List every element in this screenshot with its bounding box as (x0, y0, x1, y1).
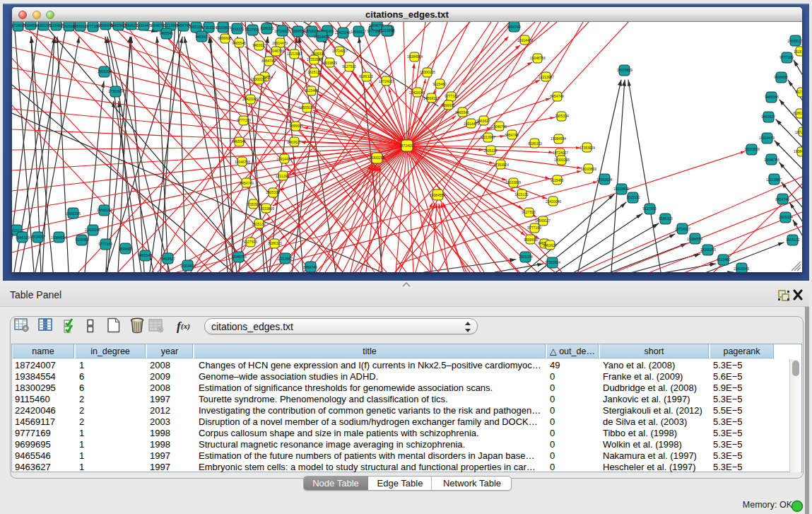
svg-text:9777169: 9777169 (237, 118, 251, 122)
svg-text:8454749: 8454749 (550, 94, 564, 98)
svg-text:9127503: 9127503 (243, 240, 257, 244)
svg-text:19384554: 19384554 (687, 237, 702, 241)
svg-text:2905334: 2905334 (779, 215, 793, 219)
svg-text:16033809: 16033809 (617, 68, 632, 72)
svg-text:12213967: 12213967 (766, 177, 782, 182)
svg-text:9127503: 9127503 (642, 206, 657, 211)
svg-text:16033809: 16033809 (322, 61, 337, 65)
svg-text:16914479: 16914479 (272, 41, 288, 45)
svg-text:18300295: 18300295 (251, 77, 266, 81)
svg-text:16033809: 16033809 (581, 167, 596, 171)
svg-text:9699695: 9699695 (774, 75, 788, 79)
svg-text:16033809: 16033809 (744, 147, 760, 151)
svg-text:9699695: 9699695 (441, 103, 455, 107)
svg-text:9777169: 9777169 (779, 55, 794, 59)
svg-text:17353924: 17353924 (307, 57, 322, 62)
svg-text:8454749: 8454749 (507, 25, 521, 29)
svg-text:2905334: 2905334 (519, 255, 533, 259)
svg-text:14569117: 14569117 (787, 39, 802, 43)
svg-text:8186323: 8186323 (16, 235, 30, 240)
svg-text:9115460: 9115460 (75, 238, 88, 242)
svg-text:9699695: 9699695 (524, 238, 538, 242)
svg-text:17353924: 17353924 (579, 146, 595, 150)
svg-text:2905334: 2905334 (483, 148, 498, 153)
svg-text:8454749: 8454749 (505, 133, 519, 137)
svg-text:9463627: 9463627 (161, 257, 175, 261)
svg-text:17353924: 17353924 (596, 177, 612, 182)
svg-text:18300295: 18300295 (554, 158, 570, 162)
svg-text:16914479: 16914479 (464, 122, 479, 126)
svg-text:9463627: 9463627 (543, 243, 557, 247)
svg-text:9463627: 9463627 (252, 43, 266, 47)
svg-text:1615132: 1615132 (626, 195, 640, 199)
svg-text:9465546: 9465546 (232, 41, 246, 45)
svg-text:9115460: 9115460 (433, 82, 446, 86)
svg-text:16033809: 16033809 (216, 25, 231, 30)
svg-text:18724007: 18724007 (379, 79, 394, 83)
svg-text:9465546: 9465546 (111, 23, 125, 28)
svg-text:8454749: 8454749 (303, 265, 317, 269)
svg-text:1615132: 1615132 (514, 192, 529, 197)
svg-text:14569117: 14569117 (535, 218, 551, 223)
svg-text:17353924: 17353924 (545, 260, 560, 264)
svg-text:8186323: 8186323 (528, 141, 542, 146)
svg-text:22420046: 22420046 (546, 199, 561, 204)
svg-text:19384554: 19384554 (430, 193, 445, 197)
svg-text:9127503: 9127503 (245, 28, 259, 32)
svg-text:9127503: 9127503 (522, 210, 536, 214)
svg-text:16033809: 16033809 (613, 187, 629, 191)
svg-text:14569117: 14569117 (97, 208, 112, 212)
svg-text:1615132: 1615132 (794, 49, 802, 54)
svg-text:12213967: 12213967 (480, 135, 495, 139)
svg-text:19384554: 19384554 (51, 235, 66, 240)
svg-text:8186323: 8186323 (268, 241, 282, 245)
svg-text:16914479: 16914479 (276, 157, 292, 161)
svg-text:18724007: 18724007 (795, 130, 802, 134)
svg-text:18300295: 18300295 (65, 211, 81, 216)
svg-text:8186323: 8186323 (359, 74, 373, 78)
svg-text:8454749: 8454749 (240, 181, 254, 185)
svg-text:18724007: 18724007 (274, 29, 290, 33)
svg-text:9699695: 9699695 (218, 36, 232, 40)
svg-text:10046766: 10046766 (491, 124, 507, 129)
svg-text:18724007: 18724007 (30, 235, 45, 239)
svg-text:9127503: 9127503 (12, 233, 13, 238)
svg-text:18300295: 18300295 (700, 247, 716, 252)
svg-text:10046766: 10046766 (231, 255, 247, 259)
svg-text:(x): (x) (181, 322, 190, 331)
svg-text:17353924: 17353924 (108, 89, 124, 93)
svg-text:19384554: 19384554 (407, 54, 423, 59)
svg-text:16033809: 16033809 (505, 180, 521, 185)
svg-text:2905334: 2905334 (98, 69, 112, 74)
svg-text:8454749: 8454749 (775, 197, 789, 201)
svg-text:18724007: 18724007 (553, 151, 568, 155)
svg-text:9699695: 9699695 (98, 23, 112, 28)
svg-text:2905334: 2905334 (555, 114, 569, 118)
svg-text:12213967: 12213967 (539, 75, 554, 79)
svg-text:8186323: 8186323 (793, 111, 802, 115)
svg-text:22420046: 22420046 (335, 30, 351, 35)
svg-text:9777169: 9777169 (98, 242, 112, 246)
svg-text:9127503: 9127503 (342, 64, 356, 69)
svg-text:1615132: 1615132 (252, 222, 266, 226)
svg-text:14569117: 14569117 (423, 96, 439, 100)
svg-text:12213967: 12213967 (277, 257, 293, 261)
svg-text:16914479: 16914479 (759, 136, 775, 140)
svg-text:9465546: 9465546 (159, 31, 173, 35)
svg-text:10046766: 10046766 (269, 49, 284, 53)
svg-text:9465546: 9465546 (455, 110, 469, 115)
svg-text:8454749: 8454749 (261, 59, 276, 63)
svg-text:2905334: 2905334 (266, 190, 280, 194)
svg-text:9115460: 9115460 (717, 257, 730, 262)
svg-text:10046766: 10046766 (235, 160, 250, 164)
svg-text:12213967: 12213967 (276, 174, 291, 178)
svg-text:9463627: 9463627 (287, 140, 301, 144)
svg-text:16914479: 16914479 (180, 264, 196, 268)
svg-text:19384554: 19384554 (794, 149, 802, 153)
svg-text:18724007: 18724007 (399, 144, 415, 148)
svg-text:22420046: 22420046 (734, 267, 749, 271)
svg-text:9465546: 9465546 (138, 253, 152, 257)
svg-text:22420046: 22420046 (85, 228, 100, 232)
svg-text:18724007: 18724007 (675, 227, 690, 231)
svg-text:12213967: 12213967 (287, 52, 302, 56)
